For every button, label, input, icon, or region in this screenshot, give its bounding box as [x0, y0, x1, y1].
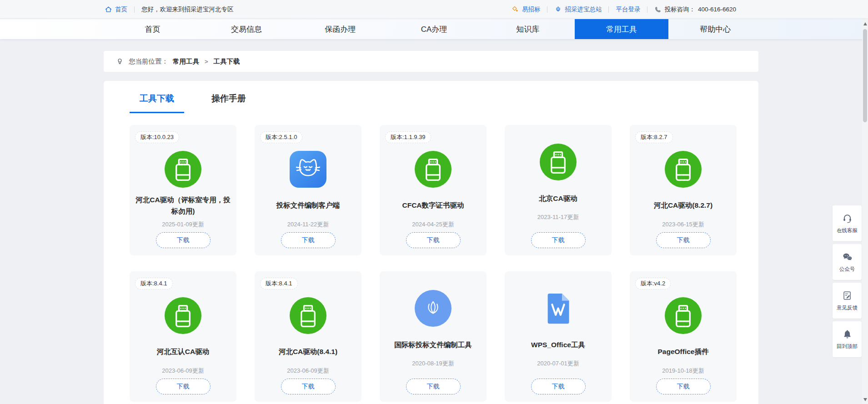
float-menu-label: 回到顶部: [837, 343, 858, 350]
tool-card: 版本:v4.2PageOffice插件2019-10-18更新下载: [630, 271, 737, 402]
version-badge: 版本:1.1.9.39: [385, 131, 431, 143]
nav-item-6[interactable]: 帮助中心: [668, 19, 762, 39]
wps-icon: [540, 290, 577, 327]
wechat-icon: [842, 251, 853, 263]
tool-update-date: 2023-06-09更新: [287, 367, 329, 375]
tool-update-date: 2020-07-01更新: [537, 359, 579, 368]
usb-icon: [665, 151, 702, 188]
version-badge: 版本:8.4.1: [135, 278, 173, 289]
home-link[interactable]: 首页: [105, 5, 127, 14]
download-button[interactable]: 下载: [406, 379, 461, 394]
tabs: 工具下载操作手册: [130, 93, 737, 113]
feedback-icon: [842, 290, 853, 301]
download-button[interactable]: 下载: [281, 232, 336, 248]
tool-title: 河北CA驱动(8.4.1): [279, 340, 337, 364]
phone-icon: [654, 6, 662, 13]
topbar-left: 首页 您好，欢迎来到招采进宝河北专区: [105, 5, 234, 14]
tool-title: 投标文件编制客户端: [276, 194, 340, 218]
breadcrumb: 您当前位置： 常用工具 > 工具下载: [104, 51, 758, 72]
scrollbar-thumb[interactable]: [863, 29, 867, 122]
tool-title: 河北CA驱动（评标室专用，投标勿用): [135, 194, 231, 218]
float-menu-item-2[interactable]: 意见反馈: [833, 283, 862, 319]
breadcrumb-item-download[interactable]: 工具下载: [214, 57, 240, 66]
home-icon: [105, 5, 112, 13]
nav-item-4[interactable]: 知识库: [481, 19, 575, 39]
tool-update-date: 2025-01-09更新: [162, 220, 204, 229]
scrollbar: [862, 19, 868, 404]
cat-icon: [290, 151, 326, 188]
topbar-link-login[interactable]: 平台登录: [616, 5, 640, 14]
tool-update-date: 2023-11-17更新: [537, 213, 579, 221]
divider: [647, 6, 647, 13]
tulip-icon: [415, 290, 452, 327]
welcome-text: 您好，欢迎来到招采进宝河北专区: [141, 5, 234, 14]
tool-card: 版本:2.5.1.0投标文件编制客户端2024-11-22更新下载: [255, 125, 361, 255]
download-button[interactable]: 下载: [156, 232, 211, 248]
main-nav: 首页交易信息保函办理CA办理知识库常用工具帮助中心: [0, 19, 868, 39]
topbar-link-label: 易招标: [522, 5, 541, 14]
tool-update-date: 2019-10-18更新: [662, 367, 704, 375]
tulip-icon: [554, 5, 562, 13]
float-menu-item-0[interactable]: 在线客服: [833, 205, 862, 241]
topbar-right: 易招标 招采进宝总站 平台登录 投标咨询：400-616-6620: [512, 5, 736, 14]
breadcrumb-separator: >: [205, 58, 208, 65]
page: 首页 您好，欢迎来到招采进宝河北专区 易招标 招采进宝总站 平台登录 投标咨询：…: [0, 0, 868, 404]
diamond-icon: [512, 5, 519, 13]
float-menu-label: 在线客服: [837, 227, 858, 234]
tool-card: 北京CA驱动2023-11-17更新下载: [505, 125, 612, 255]
breadcrumb-label: 您当前位置：: [129, 57, 168, 66]
download-button[interactable]: 下载: [656, 379, 711, 394]
divider: [547, 6, 547, 13]
tool-card: 版本:8.4.1河北互认CA驱动2023-06-09更新下载: [130, 271, 236, 402]
float-menu-item-1[interactable]: 公众号: [833, 244, 862, 280]
tool-title: WPS_Office工具: [531, 333, 585, 357]
nav-item-3[interactable]: CA办理: [387, 19, 481, 39]
usb-icon: [290, 297, 326, 334]
tool-card: 版本:1.1.9.39CFCA数字证书驱动2024-04-25更新下载: [380, 125, 487, 255]
tool-card: 版本:8.2.7河北CA驱动(8.2.7)2023-06-15更新下载: [630, 125, 737, 255]
topbar-link-label: 招采进宝总站: [565, 5, 602, 14]
nav-item-1[interactable]: 交易信息: [200, 19, 293, 39]
usb-icon: [165, 151, 201, 188]
bell-icon: [842, 329, 853, 340]
version-badge: 版本:v4.2: [635, 278, 671, 289]
version-badge: 版本:8.4.1: [260, 278, 298, 289]
download-button[interactable]: 下载: [281, 379, 336, 394]
tab-0-active[interactable]: 工具下载: [130, 93, 184, 113]
topbar-link-main-site[interactable]: 招采进宝总站: [554, 5, 602, 14]
tool-card: 版本:8.4.1河北CA驱动(8.4.1)2023-06-09更新下载: [255, 271, 361, 402]
home-label: 首页: [115, 5, 127, 14]
tool-title: 河北CA驱动(8.2.7): [654, 194, 712, 218]
download-button[interactable]: 下载: [531, 379, 586, 394]
tool-update-date: 2024-11-22更新: [287, 220, 329, 229]
phone-label: 投标咨询：: [664, 5, 695, 14]
headset-icon: [842, 213, 853, 224]
download-button[interactable]: 下载: [531, 232, 586, 248]
usb-icon: [165, 297, 201, 334]
tab-1[interactable]: 操作手册: [201, 93, 256, 113]
breadcrumb-item-tools[interactable]: 常用工具: [173, 57, 199, 66]
tool-update-date: 2020-08-19更新: [412, 359, 454, 368]
nav-item-0[interactable]: 首页: [106, 19, 200, 39]
float-menu-item-3[interactable]: 回到顶部: [833, 321, 862, 357]
download-button[interactable]: 下载: [406, 232, 461, 248]
version-badge: 版本:2.5.1.0: [260, 131, 302, 143]
scrollbar-up-arrow[interactable]: [862, 20, 868, 27]
download-button[interactable]: 下载: [656, 232, 711, 248]
phone-info: 投标咨询：400-616-6620: [654, 5, 736, 14]
nav-item-2[interactable]: 保函办理: [293, 19, 387, 39]
nav-item-5-active[interactable]: 常用工具: [575, 19, 668, 39]
tool-cards-grid: 版本:10.0.23河北CA驱动（评标室专用，投标勿用)2025-01-09更新…: [130, 125, 737, 402]
tools-panel: 工具下载操作手册 版本:10.0.23河北CA驱动（评标室专用，投标勿用)202…: [104, 81, 758, 404]
usb-icon: [540, 144, 577, 180]
tool-update-date: 2023-06-15更新: [662, 220, 704, 229]
download-button[interactable]: 下载: [156, 379, 211, 394]
phone-number: 400-616-6620: [698, 6, 736, 13]
tool-card: 版本:10.0.23河北CA驱动（评标室专用，投标勿用)2025-01-09更新…: [130, 125, 236, 255]
usb-icon: [415, 151, 452, 188]
topbar-link-yizhaobiao[interactable]: 易招标: [512, 5, 541, 14]
float-menu: 在线客服公众号意见反馈回到顶部: [833, 205, 862, 357]
tool-title: 河北互认CA驱动: [157, 340, 209, 364]
tool-title: PageOffice插件: [658, 340, 709, 364]
scrollbar-down-arrow[interactable]: [862, 396, 868, 403]
